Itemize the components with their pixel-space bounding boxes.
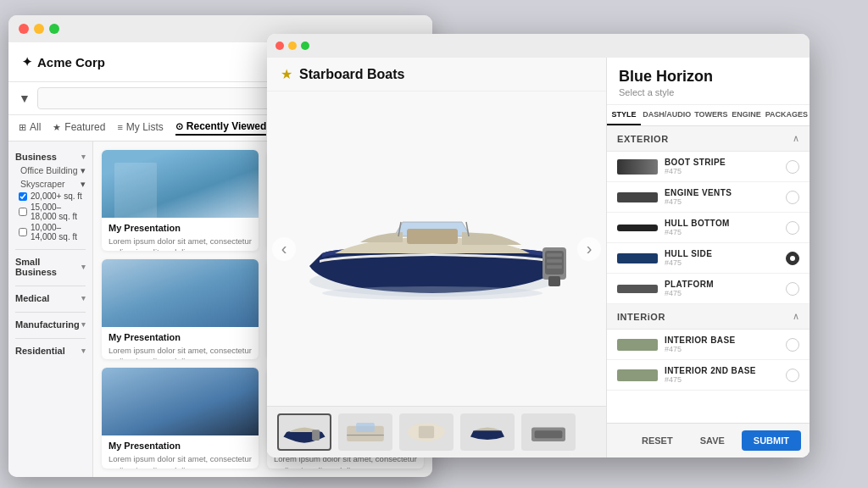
sidebar-label-business[interactable]: Business ▾ <box>15 150 86 164</box>
boat-minimize-button[interactable] <box>288 42 297 50</box>
boot-stripe-info: BOOT STRIPE #475 <box>665 158 779 175</box>
card-5-desc: Lorem ipsum dolor sit amet, consectetur … <box>108 453 252 469</box>
engine-vents-info: ENGINE VENTS #475 <box>665 188 779 206</box>
chevron-right-icon: ▾ <box>81 179 86 189</box>
boat-body: ★ Starboard Boats ‹ <box>267 58 810 458</box>
boat-maximize-button[interactable] <box>301 42 309 50</box>
hull-bottom-name: HULL BOTTOM <box>665 219 779 228</box>
interior-2nd-base-info: INTERIOR 2ND BASE #475 <box>665 366 779 384</box>
sidebar-section-medical: Medical ▾ <box>15 291 86 305</box>
config-item-hull-side: HULL SIDE #475 <box>607 243 810 274</box>
boat-brand-star-icon: ★ <box>281 66 292 82</box>
interior-base-radio[interactable] <box>786 338 799 352</box>
hull-bottom-info: HULL BOTTOM #475 <box>665 219 779 236</box>
tab-my-lists[interactable]: ≡ My Lists <box>117 121 163 135</box>
config-item-interior-base: INTERIOR BASE #475 <box>607 330 810 360</box>
reset-button[interactable]: RESET <box>632 430 683 451</box>
maximize-button[interactable] <box>49 24 59 34</box>
interior-2nd-base-sub: #475 <box>665 375 779 384</box>
interior-base-name: INTERIOR BASE <box>665 336 779 345</box>
boat-prev-button[interactable]: ‹ <box>272 237 296 261</box>
submit-button[interactable]: SUBMIT <box>742 430 801 451</box>
sidebar-item-office-building[interactable]: Office Building ▾ <box>15 164 86 177</box>
card-5[interactable]: My Presentation Lorem ipsum dolor sit am… <box>102 368 259 469</box>
tab-style[interactable]: STYLE <box>607 105 641 125</box>
tab-engine[interactable]: ENGINE <box>730 105 764 125</box>
card-1[interactable]: My Presentation Lorem ipsum dolor sit am… <box>102 150 259 251</box>
hull-side-radio[interactable] <box>786 252 799 265</box>
tab-towers[interactable]: TOWERS <box>693 105 729 125</box>
interior-section-header[interactable]: INTERiOR ∧ <box>607 304 810 330</box>
hull-side-info: HULL SIDE #475 <box>665 249 779 267</box>
interior-2nd-base-radio[interactable] <box>786 369 799 382</box>
sidebar-label-small-business[interactable]: Small Business ▾ <box>15 255 86 279</box>
sidebar-section-business: Business ▾ Office Building ▾ Skyscraper … <box>15 150 86 242</box>
checkbox-15000[interactable]: 15,000–18,000 sq. ft <box>15 202 86 222</box>
card-3[interactable]: My Presentation Lorem ipsum dolor sit am… <box>102 259 259 360</box>
svg-point-11 <box>322 286 542 300</box>
exterior-section-header[interactable]: EXTERIOR ∧ <box>607 126 810 152</box>
tab-recently-viewed[interactable]: ⊙ Recently Viewed <box>175 120 267 136</box>
filter-icon[interactable]: ▼ <box>19 92 31 105</box>
config-footer: RESET SAVE SUBMIT <box>607 423 810 458</box>
chevron-down-icon: ▾ <box>81 263 86 271</box>
close-button[interactable] <box>19 24 29 34</box>
sidebar-section-small-business: Small Business ▾ <box>15 255 86 279</box>
hull-side-name: HULL SIDE <box>665 249 779 258</box>
boat-main-image: ‹ <box>267 92 606 406</box>
platform-radio[interactable] <box>786 282 799 296</box>
grid-icon: ⊞ <box>19 122 26 133</box>
boat-viewer: ★ Starboard Boats ‹ <box>267 58 606 458</box>
hull-bottom-radio[interactable] <box>786 221 799 235</box>
config-tabs: STYLE DASH/AUDIO TOWERS ENGINE PACKAGES <box>607 105 810 126</box>
hull-side-thumb <box>617 253 658 263</box>
boat-thumbnails <box>267 406 606 458</box>
hull-side-sub: #475 <box>665 258 779 267</box>
thumb-4[interactable] <box>460 413 515 451</box>
platform-thumb <box>617 285 658 293</box>
boat-next-button[interactable]: › <box>577 237 601 261</box>
card-3-desc: Lorem ipsum dolor sit amet, consectetur … <box>108 345 252 360</box>
card-3-body: My Presentation Lorem ipsum dolor sit am… <box>102 327 259 360</box>
boat-close-button[interactable] <box>275 42 284 50</box>
checkbox-20000[interactable]: 20,000+ sq. ft <box>15 191 86 202</box>
boot-stripe-radio[interactable] <box>786 160 799 174</box>
sidebar-item-skyscraper[interactable]: Skyscraper ▾ <box>15 177 86 191</box>
sidebar-label-medical[interactable]: Medical ▾ <box>15 291 86 305</box>
star-icon: ★ <box>53 122 61 133</box>
acme-logo: ✦ Acme Corp <box>22 55 105 69</box>
config-boat-sub: Select a style <box>619 87 798 97</box>
tab-packages[interactable]: PACKAGES <box>764 105 810 125</box>
config-panel: Blue Horizon Select a style STYLE DASH/A… <box>606 58 810 458</box>
tab-all[interactable]: ⊞ All <box>19 121 41 135</box>
config-item-hull-bottom: HULL BOTTOM #475 <box>607 213 810 243</box>
svg-rect-14 <box>356 423 375 432</box>
config-item-interior-2nd-base: INTERIOR 2ND BASE #475 <box>607 360 810 391</box>
minimize-button[interactable] <box>34 24 44 34</box>
config-body: EXTERIOR ∧ BOOT STRIPE #475 ENGINE VENTS <box>607 126 810 423</box>
interior-2nd-base-name: INTERIOR 2ND BASE <box>665 366 779 375</box>
thumb-3[interactable] <box>399 413 453 451</box>
save-button[interactable]: SAVE <box>690 430 735 451</box>
platform-name: PLATFORM <box>665 280 779 289</box>
thumb-1[interactable] <box>277 413 331 451</box>
tab-featured[interactable]: ★ Featured <box>53 121 105 135</box>
tab-dash-audio[interactable]: DASH/AUDIO <box>641 105 693 125</box>
thumb-2[interactable] <box>338 413 392 451</box>
interior-2nd-base-thumb <box>617 369 658 381</box>
sidebar-label-residential[interactable]: Residential ▾ <box>15 344 86 358</box>
config-item-engine-vents: ENGINE VENTS #475 <box>607 182 810 213</box>
svg-rect-2 <box>407 229 458 244</box>
sidebar-label-manufacturing[interactable]: Manufacturing ▾ <box>15 318 86 331</box>
chevron-down-icon: ▾ <box>81 347 86 355</box>
checkbox-10000[interactable]: 10,000–14,000 sq. ft <box>15 222 86 242</box>
thumb-5[interactable] <box>521 413 576 451</box>
engine-vents-name: ENGINE VENTS <box>665 188 779 197</box>
boat-window: ★ Starboard Boats ‹ <box>267 34 810 458</box>
engine-vents-radio[interactable] <box>786 191 799 204</box>
boot-stripe-thumb <box>617 159 658 175</box>
boat-title-bar <box>267 34 810 58</box>
config-item-platform: PLATFORM #475 <box>607 274 810 304</box>
svg-rect-17 <box>419 426 434 439</box>
chevron-right-icon: ▾ <box>81 165 86 175</box>
